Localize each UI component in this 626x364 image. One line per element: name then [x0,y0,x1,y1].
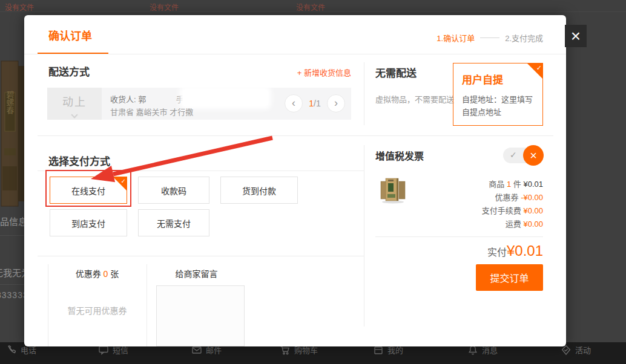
address-text: 甘肃省 嘉峪关市 才行撒 [110,106,193,117]
no-delivery-title: 无需配送 [375,65,454,80]
vertical-divider [364,145,364,327]
payment-instore-button[interactable]: 到店支付 [50,209,127,236]
receiver-line: 收货人: 郭 手机: [110,93,194,105]
payment-qrcode-button[interactable]: 收款码 [138,177,209,204]
vertical-divider [364,62,364,125]
bg-divider [0,235,24,236]
summary-row-coupon: 优惠券 -¥0.00 [400,191,543,204]
close-icon: × [523,145,544,166]
payment-label: 到店支付 [71,217,105,229]
modal-title: 确认订单 [48,27,92,43]
nav-item-activity[interactable]: 活动 [561,344,591,356]
order-summary: 商品 1 件 ¥0.01 优惠券 -¥0.00 支付手续费 ¥0.00 运费 ¥… [400,178,543,231]
total-amount: ¥0.01 [507,242,543,259]
pickup-title: 用户自提 [462,71,534,86]
summary-divider [375,236,543,237]
payment-methods: 在线支付 ✓ 收款码 货到付款 到店支付 无需支付 [50,177,352,242]
payment-online-button[interactable]: 在线支付 ✓ [50,177,127,204]
steps-connector [480,37,499,38]
checkout-steps: 1.确认订单 2.支付完成 [437,32,543,44]
bg-note: 没有文件 [296,2,325,12]
chevron-right-icon: › [334,97,338,108]
selected-check-badge: ✓ [527,63,542,79]
bg-header-line [0,11,626,12]
summary-row-fee: 支付手续费 ¥0.00 [400,204,543,218]
summary-row-shipping: 运费 ¥0.00 [400,218,543,231]
step-payment-complete: 2.支付完成 [505,32,543,44]
check-icon: ✓ [536,64,542,72]
item-amount: ¥0.01 [523,180,543,189]
payment-heading-divider [38,171,364,171]
vat-invoice-heading: 增值税发票 [375,148,424,163]
total-row: 实付¥0.01 [375,242,543,259]
svg-text:碧螺春: 碧螺春 [5,91,15,114]
merchant-message-input[interactable] [156,285,245,346]
step-confirm-order: 1.确认订单 [437,32,475,44]
payment-none-button[interactable]: 无需支付 [138,209,209,236]
bg-note: 没有文件 [5,2,34,12]
summary-row-items: 商品 1 件 ¥0.01 [400,178,543,191]
tea-product-image: 碧螺春 [0,57,25,209]
chevron-left-icon: ‹ [292,97,295,108]
submit-order-button[interactable]: 提交订单 [476,264,543,291]
address-prev-button[interactable]: ‹ [285,94,303,112]
coupon-empty-text: 暂无可用优惠券 [48,304,147,316]
bg-divider [0,284,24,285]
delivery-method-heading: 配送方式 [48,63,90,79]
address-pagination: 1/1 [303,99,327,108]
section-divider [38,256,364,256]
header-divider [24,54,566,54]
receiver-name: 收货人: 郭 [110,95,146,104]
check-icon: ✓ [510,150,517,160]
payment-label: 收款码 [161,184,186,197]
delivery-method-select[interactable]: 动上 [47,88,102,120]
option-no-delivery[interactable]: 无需配送 虚拟物品，不需要配送 [375,65,454,106]
payment-cod-button[interactable]: 货到付款 [220,177,298,204]
no-delivery-desc: 虚拟物品，不需要配送 [375,93,454,106]
payment-method-heading: 选择支付方式 [48,153,110,168]
address-next-button[interactable]: › [327,94,345,112]
coupon-title: 优惠券 0 张 [48,267,147,279]
invoice-toggle[interactable]: ✓ × [503,148,542,163]
payment-label: 货到付款 [242,184,276,197]
payment-label: 在线支付 [71,184,105,197]
section-divider [38,135,553,136]
address-card: 动上 收货人: 郭 手机: 甘肃省 嘉峪关市 才行撒 ‹ 1/1 › [47,88,351,120]
add-shipping-info-link[interactable]: + 新增收货信息 [297,67,351,78]
bg-text-product-info: 商品信息 [0,215,27,227]
bg-note: 没有文件 [150,2,179,12]
phone-number-redacted [183,89,268,106]
nav-label: 活动 [575,344,591,356]
chevron-down-icon [71,111,77,118]
close-button[interactable]: × [565,25,587,47]
payment-label: 无需支付 [157,217,191,229]
option-user-pickup-selected[interactable]: 用户自提 自提地址：这里填写自提点地址 ✓ [453,63,543,126]
delivery-method-value: 动上 [47,93,102,109]
merchant-message-heading: 给商家留言 [147,267,246,279]
close-icon: × [571,28,581,45]
total-label: 实付 [487,247,507,258]
pickup-desc: 自提地址：这里填写自提点地址 [462,93,534,119]
phone-icon [6,345,17,356]
check-icon: ✓ [121,178,126,184]
confirm-order-modal: 确认订单 1.确认订单 2.支付完成 配送方式 + 新增收货信息 动上 收货人:… [24,15,566,346]
selected-check-badge: ✓ [113,177,127,190]
